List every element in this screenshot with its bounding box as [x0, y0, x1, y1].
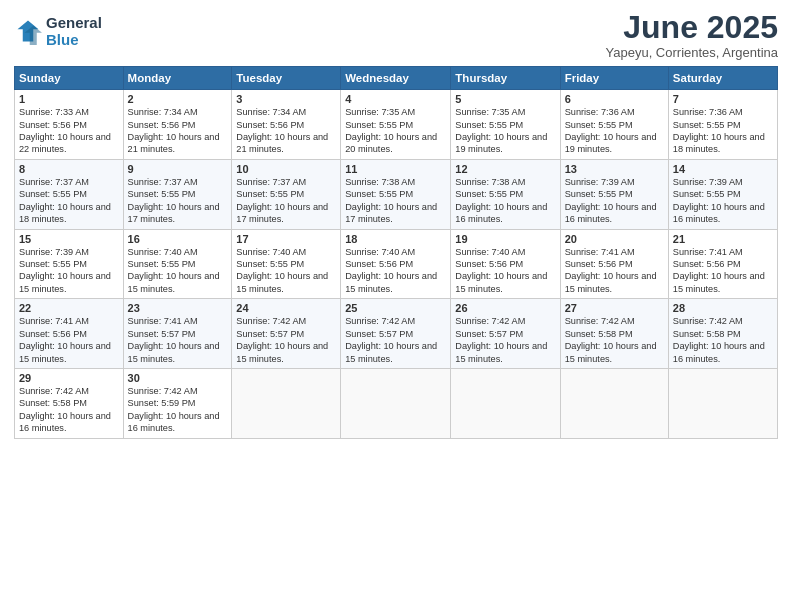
table-row: 28 Sunrise: 7:42 AMSunset: 5:58 PMDaylig… — [668, 299, 777, 369]
day-number: 2 — [128, 93, 228, 105]
day-number: 24 — [236, 302, 336, 314]
day-number: 18 — [345, 233, 446, 245]
day-number: 11 — [345, 163, 446, 175]
cell-content: Sunrise: 7:42 AMSunset: 5:58 PMDaylight:… — [673, 316, 765, 363]
table-row: 4 Sunrise: 7:35 AMSunset: 5:55 PMDayligh… — [341, 90, 451, 160]
table-row: 16 Sunrise: 7:40 AMSunset: 5:55 PMDaylig… — [123, 229, 232, 299]
day-number: 25 — [345, 302, 446, 314]
day-number: 13 — [565, 163, 664, 175]
day-number: 17 — [236, 233, 336, 245]
table-row: 19 Sunrise: 7:40 AMSunset: 5:56 PMDaylig… — [451, 229, 560, 299]
logo-blue-text: Blue — [46, 31, 102, 48]
cell-content: Sunrise: 7:40 AMSunset: 5:56 PMDaylight:… — [455, 247, 547, 294]
cell-content: Sunrise: 7:42 AMSunset: 5:57 PMDaylight:… — [455, 316, 547, 363]
col-friday: Friday — [560, 67, 668, 90]
day-number: 3 — [236, 93, 336, 105]
day-number: 29 — [19, 372, 119, 384]
table-row: 11 Sunrise: 7:38 AMSunset: 5:55 PMDaylig… — [341, 159, 451, 229]
cell-content: Sunrise: 7:41 AMSunset: 5:57 PMDaylight:… — [128, 316, 220, 363]
day-number: 26 — [455, 302, 555, 314]
col-thursday: Thursday — [451, 67, 560, 90]
table-row: 29 Sunrise: 7:42 AMSunset: 5:58 PMDaylig… — [15, 368, 124, 438]
cell-content: Sunrise: 7:37 AMSunset: 5:55 PMDaylight:… — [236, 177, 328, 224]
day-number: 9 — [128, 163, 228, 175]
cell-content: Sunrise: 7:42 AMSunset: 5:59 PMDaylight:… — [128, 386, 220, 433]
cell-content: Sunrise: 7:33 AMSunset: 5:56 PMDaylight:… — [19, 107, 111, 154]
table-row: 15 Sunrise: 7:39 AMSunset: 5:55 PMDaylig… — [15, 229, 124, 299]
col-wednesday: Wednesday — [341, 67, 451, 90]
table-row: 23 Sunrise: 7:41 AMSunset: 5:57 PMDaylig… — [123, 299, 232, 369]
cell-content: Sunrise: 7:37 AMSunset: 5:55 PMDaylight:… — [128, 177, 220, 224]
calendar-week-row: 1 Sunrise: 7:33 AMSunset: 5:56 PMDayligh… — [15, 90, 778, 160]
day-number: 5 — [455, 93, 555, 105]
table-row: 24 Sunrise: 7:42 AMSunset: 5:57 PMDaylig… — [232, 299, 341, 369]
cell-content: Sunrise: 7:35 AMSunset: 5:55 PMDaylight:… — [455, 107, 547, 154]
day-number: 21 — [673, 233, 773, 245]
page: General Blue June 2025 Yapeyu, Corriente… — [0, 0, 792, 612]
empty-cell — [341, 368, 451, 438]
table-row: 12 Sunrise: 7:38 AMSunset: 5:55 PMDaylig… — [451, 159, 560, 229]
cell-content: Sunrise: 7:37 AMSunset: 5:55 PMDaylight:… — [19, 177, 111, 224]
day-number: 19 — [455, 233, 555, 245]
subtitle: Yapeyu, Corrientes, Argentina — [606, 45, 778, 60]
calendar-table: Sunday Monday Tuesday Wednesday Thursday… — [14, 66, 778, 438]
day-number: 14 — [673, 163, 773, 175]
cell-content: Sunrise: 7:41 AMSunset: 5:56 PMDaylight:… — [565, 247, 657, 294]
day-number: 15 — [19, 233, 119, 245]
calendar-week-row: 22 Sunrise: 7:41 AMSunset: 5:56 PMDaylig… — [15, 299, 778, 369]
empty-cell — [560, 368, 668, 438]
col-sunday: Sunday — [15, 67, 124, 90]
calendar-header-row: Sunday Monday Tuesday Wednesday Thursday… — [15, 67, 778, 90]
calendar-body: 1 Sunrise: 7:33 AMSunset: 5:56 PMDayligh… — [15, 90, 778, 438]
month-title: June 2025 — [606, 10, 778, 45]
day-number: 16 — [128, 233, 228, 245]
table-row: 5 Sunrise: 7:35 AMSunset: 5:55 PMDayligh… — [451, 90, 560, 160]
cell-content: Sunrise: 7:41 AMSunset: 5:56 PMDaylight:… — [19, 316, 111, 363]
day-number: 1 — [19, 93, 119, 105]
day-number: 6 — [565, 93, 664, 105]
cell-content: Sunrise: 7:40 AMSunset: 5:55 PMDaylight:… — [236, 247, 328, 294]
day-number: 10 — [236, 163, 336, 175]
table-row: 13 Sunrise: 7:39 AMSunset: 5:55 PMDaylig… — [560, 159, 668, 229]
cell-content: Sunrise: 7:34 AMSunset: 5:56 PMDaylight:… — [236, 107, 328, 154]
calendar-week-row: 15 Sunrise: 7:39 AMSunset: 5:55 PMDaylig… — [15, 229, 778, 299]
table-row: 8 Sunrise: 7:37 AMSunset: 5:55 PMDayligh… — [15, 159, 124, 229]
cell-content: Sunrise: 7:34 AMSunset: 5:56 PMDaylight:… — [128, 107, 220, 154]
cell-content: Sunrise: 7:41 AMSunset: 5:56 PMDaylight:… — [673, 247, 765, 294]
table-row: 2 Sunrise: 7:34 AMSunset: 5:56 PMDayligh… — [123, 90, 232, 160]
empty-cell — [232, 368, 341, 438]
day-number: 28 — [673, 302, 773, 314]
title-block: June 2025 Yapeyu, Corrientes, Argentina — [606, 10, 778, 60]
logo: General Blue — [14, 14, 102, 48]
cell-content: Sunrise: 7:40 AMSunset: 5:56 PMDaylight:… — [345, 247, 437, 294]
table-row: 27 Sunrise: 7:42 AMSunset: 5:58 PMDaylig… — [560, 299, 668, 369]
day-number: 22 — [19, 302, 119, 314]
cell-content: Sunrise: 7:35 AMSunset: 5:55 PMDaylight:… — [345, 107, 437, 154]
cell-content: Sunrise: 7:39 AMSunset: 5:55 PMDaylight:… — [565, 177, 657, 224]
table-row: 20 Sunrise: 7:41 AMSunset: 5:56 PMDaylig… — [560, 229, 668, 299]
calendar-week-row: 8 Sunrise: 7:37 AMSunset: 5:55 PMDayligh… — [15, 159, 778, 229]
cell-content: Sunrise: 7:38 AMSunset: 5:55 PMDaylight:… — [345, 177, 437, 224]
table-row: 22 Sunrise: 7:41 AMSunset: 5:56 PMDaylig… — [15, 299, 124, 369]
logo-general-text: General — [46, 14, 102, 31]
table-row: 7 Sunrise: 7:36 AMSunset: 5:55 PMDayligh… — [668, 90, 777, 160]
col-saturday: Saturday — [668, 67, 777, 90]
day-number: 4 — [345, 93, 446, 105]
cell-content: Sunrise: 7:36 AMSunset: 5:55 PMDaylight:… — [673, 107, 765, 154]
table-row: 1 Sunrise: 7:33 AMSunset: 5:56 PMDayligh… — [15, 90, 124, 160]
day-number: 27 — [565, 302, 664, 314]
day-number: 23 — [128, 302, 228, 314]
logo-text: General Blue — [46, 14, 102, 48]
table-row: 26 Sunrise: 7:42 AMSunset: 5:57 PMDaylig… — [451, 299, 560, 369]
day-number: 8 — [19, 163, 119, 175]
table-row: 14 Sunrise: 7:39 AMSunset: 5:55 PMDaylig… — [668, 159, 777, 229]
table-row: 30 Sunrise: 7:42 AMSunset: 5:59 PMDaylig… — [123, 368, 232, 438]
col-monday: Monday — [123, 67, 232, 90]
empty-cell — [451, 368, 560, 438]
table-row: 25 Sunrise: 7:42 AMSunset: 5:57 PMDaylig… — [341, 299, 451, 369]
table-row: 17 Sunrise: 7:40 AMSunset: 5:55 PMDaylig… — [232, 229, 341, 299]
cell-content: Sunrise: 7:39 AMSunset: 5:55 PMDaylight:… — [19, 247, 111, 294]
cell-content: Sunrise: 7:40 AMSunset: 5:55 PMDaylight:… — [128, 247, 220, 294]
header: General Blue June 2025 Yapeyu, Corriente… — [14, 10, 778, 60]
logo-icon — [14, 17, 42, 45]
